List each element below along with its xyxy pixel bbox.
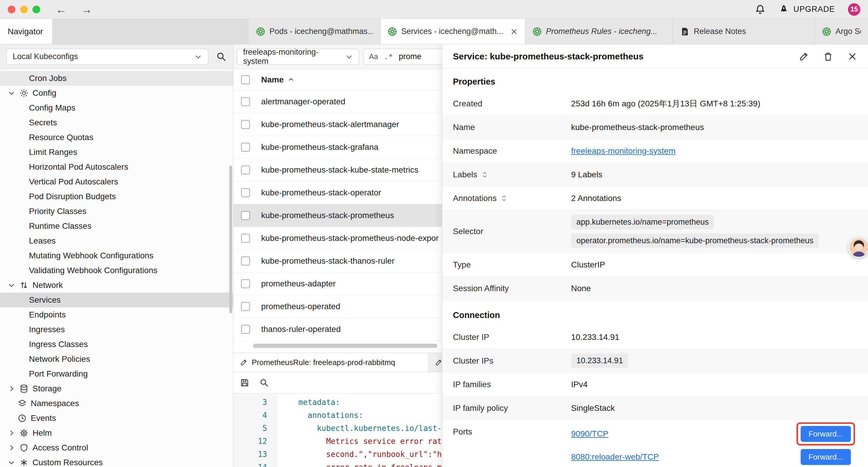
chevron-right-icon[interactable] [8, 444, 16, 451]
sidebar-item-vertical-pod-autoscalers[interactable]: Vertical Pod Autoscalers [0, 174, 233, 189]
sidebar-item-events[interactable]: Events [0, 411, 233, 426]
row-checkbox[interactable] [241, 143, 250, 152]
sidebar-item-limit-ranges[interactable]: Limit Ranges [0, 145, 233, 159]
sidebar-item-mutating-webhook-configurations[interactable]: Mutating Webhook Configurations [0, 248, 233, 263]
table-row-alertmanager-operated[interactable]: alertmanager-operated [234, 90, 442, 113]
row-checkbox[interactable] [241, 257, 250, 265]
chevron-down-icon[interactable] [8, 89, 16, 97]
match-case-toggle[interactable]: Aa [369, 52, 378, 61]
sort-up-down-icon[interactable] [481, 171, 489, 178]
select-all-checkbox[interactable] [241, 76, 250, 84]
sidebar-item-network-policies[interactable]: Network Policies [0, 352, 233, 367]
horizontal-scrollbar[interactable] [236, 344, 440, 348]
forward-icon[interactable]: → [81, 4, 92, 15]
table-row-thanos-ruler-operated[interactable]: thanos-ruler-operated [234, 318, 442, 341]
row-checkbox[interactable] [241, 97, 250, 106]
sidebar-item-helm[interactable]: Helm [0, 426, 233, 440]
sidebar-item-network[interactable]: Network [0, 278, 233, 293]
editor-search-icon[interactable] [259, 378, 269, 387]
minimize-window-button[interactable] [20, 6, 28, 13]
sidebar-item-endpoints[interactable]: Endpoints [0, 308, 233, 322]
row-checkbox[interactable] [241, 325, 250, 334]
sidebar-item-priority-classes[interactable]: Priority Classes [0, 204, 233, 219]
namespace-selector[interactable]: freeleaps-monitoring-system [237, 49, 359, 65]
search-icon[interactable] [216, 52, 226, 62]
sidebar-item-config-maps[interactable]: Config Maps [0, 100, 233, 115]
sidebar-item-runtime-classes[interactable]: Runtime Classes [0, 219, 233, 233]
row-checkbox[interactable] [241, 166, 250, 174]
sidebar-item-services[interactable]: Services [0, 293, 233, 308]
sidebar-item-leases[interactable]: Leases [0, 233, 233, 248]
chevron-right-icon[interactable] [8, 385, 16, 392]
sidebar-item-ingresses[interactable]: Ingresses [0, 322, 233, 337]
port-link[interactable]: 9090/TCP [571, 429, 608, 439]
forward-button[interactable]: Forward... [801, 449, 851, 465]
scrollbar-thumb[interactable] [253, 344, 437, 348]
name-column-header[interactable]: Name [261, 75, 284, 85]
table-row-kube-prometheus-stack-prometheus[interactable]: kube-prometheus-stack-prometheus [234, 204, 442, 227]
tab-release-notes[interactable]: Release Notes [673, 19, 815, 44]
regex-toggle[interactable]: .* [384, 52, 393, 61]
sidebar-item-validating-webhook-configurations[interactable]: Validating Webhook Configurations [0, 263, 233, 278]
forward-button[interactable]: Forward... [801, 426, 851, 442]
avatar[interactable] [848, 237, 868, 258]
navigator-tab[interactable]: Navigator [0, 19, 53, 44]
search-input[interactable]: Aa .* prome [363, 49, 442, 65]
table-row-prometheus-adapter[interactable]: prometheus-adapter [234, 272, 442, 295]
chevron-right-icon[interactable] [8, 429, 16, 437]
table-row-kube-prometheus-stack-kube-state-metrics[interactable]: kube-prometheus-stack-kube-state-metrics [234, 159, 442, 181]
sidebar-item-storage[interactable]: Storage [0, 381, 233, 396]
notification-count-badge[interactable]: 15 [848, 3, 860, 16]
sidebar-item-custom-resources[interactable]: Custom Resources [0, 455, 233, 467]
row-checkbox[interactable] [241, 302, 250, 311]
sidebar-item-pod-disruption-budgets[interactable]: Pod Disruption Budgets [0, 189, 233, 204]
table-row-kube-prometheus-stack-prometheus-node-expor[interactable]: kube-prometheus-stack-prometheus-node-ex… [234, 227, 442, 250]
row-checkbox[interactable] [241, 188, 250, 197]
chevron-down-icon[interactable] [8, 282, 16, 289]
detail-row-cluster-ip: Cluster IP10.233.14.91 [442, 325, 868, 349]
close-icon[interactable] [847, 52, 857, 61]
sort-up-down-icon[interactable] [500, 195, 508, 202]
sidebar-item-namespaces[interactable]: Namespaces [0, 396, 233, 411]
row-checkbox[interactable] [241, 279, 250, 288]
editor-tab-partial[interactable] [428, 353, 442, 372]
delete-icon[interactable] [823, 52, 833, 61]
sidebar-item-config[interactable]: Config [0, 86, 233, 100]
sidebar-item-port-forwarding[interactable]: Port Forwarding [0, 367, 233, 381]
tab-prometheus-rules-icecheng[interactable]: Prometheus Rules - icecheng... [525, 19, 673, 44]
maximize-window-button[interactable] [32, 6, 40, 13]
port-link[interactable]: 8080:reloader-web/TCP [571, 452, 659, 462]
tab-services-icecheng-math[interactable]: Services - icecheng@math... [380, 19, 525, 44]
row-checkbox[interactable] [241, 211, 250, 220]
upgrade-button[interactable]: UPGRADE [778, 4, 835, 15]
sort-ascending-icon[interactable] [287, 76, 295, 84]
sidebar-item-secrets[interactable]: Secrets [0, 115, 233, 130]
field-label: Cluster IPs [453, 356, 571, 366]
sidebar-item-cron-jobs[interactable]: Cron Jobs [0, 71, 233, 86]
namespace-link[interactable]: freeleaps-monitoring-system [571, 146, 675, 155]
sidebar-scrollbar[interactable] [229, 166, 232, 313]
sidebar-item-access-control[interactable]: Access Control [0, 440, 233, 455]
close-window-button[interactable] [8, 6, 16, 13]
kubeconfig-selector[interactable]: Local Kubeconfigs [6, 49, 208, 65]
notifications-bell-icon[interactable] [755, 4, 766, 15]
table-row-kube-prometheus-stack-grafana[interactable]: kube-prometheus-stack-grafana [234, 136, 442, 159]
table-row-prometheus-operated[interactable]: prometheus-operated [234, 295, 442, 318]
row-checkbox[interactable] [241, 234, 250, 243]
close-icon[interactable] [510, 28, 518, 35]
sidebar-item-resource-quotas[interactable]: Resource Quotas [0, 130, 233, 145]
table-row-kube-prometheus-stack-alertmanager[interactable]: kube-prometheus-stack-alertmanager [234, 113, 442, 136]
tab-pods-icecheng-mathmas[interactable]: Pods - icecheng@mathmas... [249, 19, 380, 44]
chevron-down-icon[interactable] [8, 459, 16, 466]
edit-icon[interactable] [799, 52, 809, 61]
table-row-kube-prometheus-stack-operator[interactable]: kube-prometheus-stack-operator [234, 181, 442, 204]
sidebar-item-horizontal-pod-autoscalers[interactable]: Horizontal Pod Autoscalers [0, 159, 233, 174]
editor-tab-prometheusrule[interactable]: PrometheusRule: freeleaps-prod-rabbitmq [234, 353, 428, 372]
sidebar-item-ingress-classes[interactable]: Ingress Classes [0, 337, 233, 352]
save-icon[interactable] [240, 378, 249, 387]
row-checkbox[interactable] [241, 120, 250, 129]
tab-argo-se[interactable]: Argo Se [815, 19, 868, 44]
back-icon[interactable]: ← [56, 4, 67, 15]
yaml-editor[interactable]: 345121314 metadata: annotations: kubectl… [234, 393, 442, 467]
table-row-kube-prometheus-stack-thanos-ruler[interactable]: kube-prometheus-stack-thanos-ruler [234, 250, 442, 272]
